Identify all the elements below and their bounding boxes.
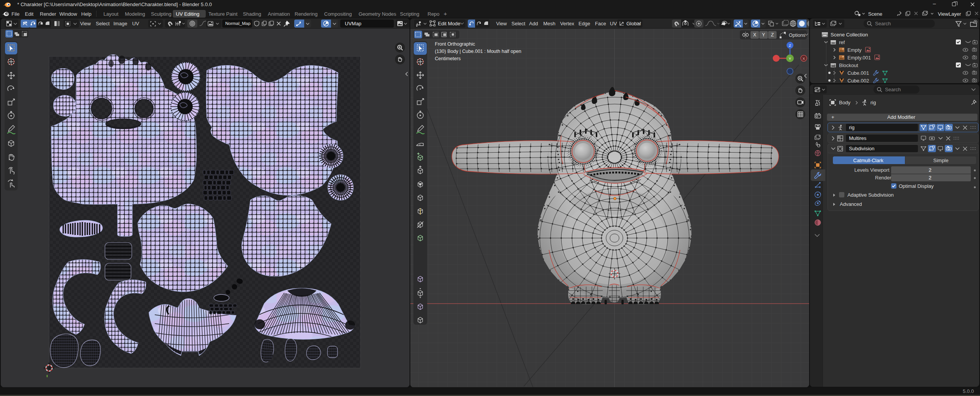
svg-text:Centimeters: Centimeters [435,56,461,61]
svg-text:(130) Body | Cube.001 : Mouth: (130) Body | Cube.001 : Mouth half open [435,49,521,54]
svg-text:Front Orthographic: Front Orthographic [435,41,475,47]
svg-text:Y: Y [762,32,765,38]
svg-text:X: X [753,32,757,38]
svg-text:Z: Z [771,32,774,38]
svg-text:X: X [803,56,805,61]
svg-text:Options: Options [789,33,805,38]
svg-text:Y: Y [789,56,792,61]
svg-text:Z: Z [789,43,791,48]
